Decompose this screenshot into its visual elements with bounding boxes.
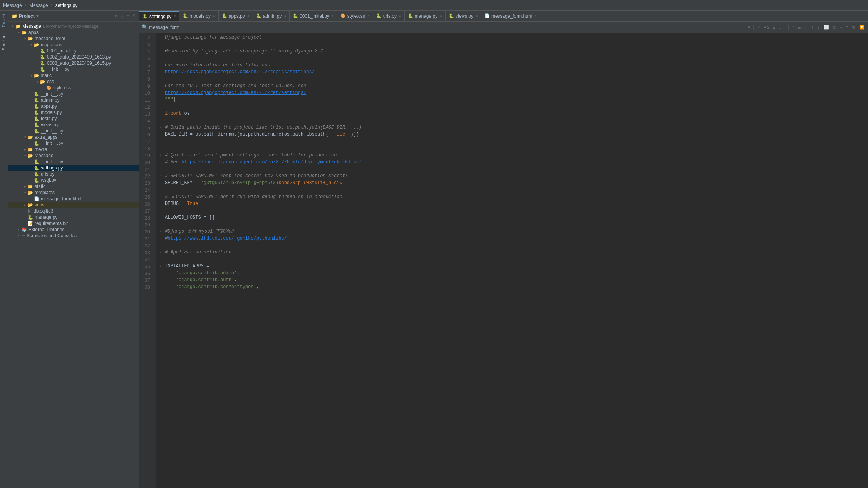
project-dropdown-arrow[interactable]: ▾ — [36, 13, 39, 18]
apps-folder-icon: 📂 — [22, 30, 27, 35]
match-case-btn[interactable]: Aa — [763, 25, 770, 30]
settings-icon[interactable]: ⚙ — [114, 12, 118, 20]
tab-apps-close[interactable]: × — [247, 14, 250, 18]
scroll-from-source-icon[interactable]: ◎ — [120, 12, 124, 20]
tree-item-0003[interactable]: 🐍 0003_auto_20220409_1615.py — [8, 60, 139, 66]
tab-admin-close[interactable]: × — [284, 14, 286, 18]
title-message[interactable]: Message — [3, 3, 22, 8]
code-line-34 — [159, 256, 868, 263]
ln-36: 36 — [139, 270, 150, 277]
tree-item-css-folder[interactable]: ▾ 📂 css — [8, 79, 139, 85]
title-settings[interactable]: settings.py — [55, 3, 77, 8]
tree-item-msg-init[interactable]: 🐍 __init__.py — [8, 159, 139, 165]
find-all-btn[interactable]: ⊞ — [832, 24, 837, 30]
tab-0001-initial[interactable]: 🐍 0001_initial.py × — [290, 11, 337, 21]
tree-item-extra-init[interactable]: 🐍 __init__.py — [8, 140, 139, 146]
tree-item-apps[interactable]: ▾ 📂 apps — [8, 29, 139, 35]
tree-item-requirements[interactable]: 📝 requirements.txt — [8, 220, 139, 226]
code-line-33: ▸ # Application definition — [159, 249, 868, 256]
code-content[interactable]: Django settings for message project. Gen… — [156, 33, 868, 488]
close-panel-icon[interactable]: × — [132, 12, 136, 20]
tab-views-close[interactable]: × — [476, 14, 478, 18]
tree-item-models-py[interactable]: 🐍 models.py — [8, 109, 139, 116]
tab-settings-py[interactable]: 🐍 settings.py × — [139, 11, 179, 21]
code-line-12 — [159, 103, 868, 110]
tree-item-settings-py[interactable]: 🐍 settings.py — [8, 165, 139, 171]
multiline-btn[interactable]: ≡ — [845, 25, 850, 30]
tree-item-message-form-folder[interactable]: ▾ 📂 message_form — [8, 35, 139, 42]
tab-apps-py[interactable]: 🐍 apps.py × — [219, 11, 253, 21]
tab-urls-close[interactable]: × — [399, 14, 401, 18]
tab-html-close[interactable]: × — [534, 14, 536, 18]
structure-panel-toggle[interactable]: Structure — [0, 30, 8, 54]
tree-item-tests-py[interactable]: 🐍 tests.py — [8, 116, 139, 122]
tree-item-wsgi-py[interactable]: 🐍 wsgi.py — [8, 177, 139, 183]
venv-icon: 📂 — [28, 203, 33, 208]
tab-settings-label: settings.py — [149, 14, 171, 19]
toggle-replace-btn[interactable]: ⬜ — [823, 24, 830, 30]
tree-item-views-py[interactable]: 🐍 views.py — [8, 122, 139, 128]
tree-item-0001-initial[interactable]: 🐍 0001_initial.py — [8, 48, 139, 54]
tree-item-templates[interactable]: ▾ 📂 templates — [8, 189, 139, 196]
filter-icon[interactable]: 🔽 — [858, 24, 866, 30]
tree-item-app-init[interactable]: 🐍 __init__.py — [8, 91, 139, 97]
tree-item-extra-apps[interactable]: ▾ 📂 extra_apps — [8, 134, 139, 140]
search-input[interactable] — [149, 25, 746, 30]
tree-item-db-sqlite[interactable]: 🗄 db.sqlite3 — [8, 208, 139, 214]
tree-item-migrations[interactable]: ▾ 📂 migrations — [8, 42, 139, 48]
tree-item-message-form-html[interactable]: 📄 message_form.html — [8, 196, 139, 202]
tree-item-message-folder[interactable]: ▾ 📂 Message — [8, 153, 139, 159]
tab-admin-py[interactable]: 🐍 admin.py × — [253, 11, 290, 21]
tree-item-static-inner[interactable]: ▾ 📂 static — [8, 72, 139, 79]
urls-py-label: urls.py — [41, 171, 54, 177]
tree-item-venv[interactable]: ▸ 📂 venv — [8, 202, 139, 208]
title-message2[interactable]: Message — [29, 3, 48, 8]
next-result-btn[interactable]: ↓ — [816, 25, 821, 30]
tab-urls-py[interactable]: 🐍 urls.py × — [373, 11, 405, 21]
filter-btn[interactable]: ⧉ — [851, 25, 856, 30]
tree-item-urls-py[interactable]: 🐍 urls.py — [8, 171, 139, 177]
tree-item-migrations-init[interactable]: 🐍 __init__.py — [8, 66, 139, 72]
tab-0001-close[interactable]: × — [332, 14, 334, 18]
tree-item-app-init2[interactable]: 🐍 __init__.py — [8, 128, 139, 134]
tab-models-close[interactable]: × — [213, 14, 215, 18]
tab-manage-close[interactable]: × — [440, 14, 442, 18]
tab-message-form-html[interactable]: 📄 message_form.html × — [481, 11, 540, 21]
ln-27: 27 — [139, 208, 150, 215]
left-strip: Project Structure — [0, 11, 8, 488]
tree-item-manage-py[interactable]: 🐍 manage.py — [8, 214, 139, 220]
code-line-22: ▸ # SECURITY WARNING: keep the secret ke… — [159, 173, 868, 179]
collapse-icon[interactable]: − — [126, 12, 130, 20]
tab-style-close[interactable]: × — [367, 14, 370, 18]
code-line-35: ▸ INSTALLED_APPS = [ — [159, 263, 868, 270]
tree-item-static-outer[interactable]: ▸ 📂 static — [8, 183, 139, 189]
search-undo-btn[interactable]: ↩ — [756, 24, 761, 30]
tree-item-scratches[interactable]: ▸ ✏ Scratches and Consoles — [8, 233, 139, 239]
tab-views-py[interactable]: 🐍 views.py × — [446, 11, 481, 21]
tab-apps-icon: 🐍 — [222, 13, 227, 18]
prev-result-btn[interactable]: ↑ — [810, 25, 815, 30]
code-line-15: ▸ # Build paths inside the project like … — [159, 124, 868, 131]
whole-word-btn[interactable]: W — [772, 25, 777, 30]
tree-item-external-libs[interactable]: ▸ 📚 External Libraries — [8, 226, 139, 233]
ln-26: 26 — [139, 201, 150, 208]
tab-style-css[interactable]: 🎨 style.css × — [337, 11, 373, 21]
root-path: D:\PycharmProjects\Message — [43, 24, 99, 29]
tree-item-root[interactable]: ▾ 📁 Message D:\PycharmProjects\Message — [8, 23, 139, 29]
search-clear-btn[interactable]: × — [748, 25, 751, 30]
ln-6: 6 — [139, 62, 150, 69]
tree-item-apps-py[interactable]: 🐍 apps.py — [8, 103, 139, 109]
tab-models-py[interactable]: 🐍 models.py × — [179, 11, 219, 21]
find-settings-btn[interactable]: ⇥ — [838, 24, 843, 30]
project-panel-toggle[interactable]: Project — [0, 11, 8, 30]
tree-item-media[interactable]: ▸ 📂 media — [8, 146, 139, 153]
migrations-folder-icon: 📂 — [34, 42, 39, 47]
tab-manage-py[interactable]: 🐍 manage.py × — [405, 11, 446, 21]
code-line-19: ▸ # Quick-start development settings - u… — [159, 152, 868, 159]
tree-item-0002[interactable]: 🐍 0002_auto_20220409_1613.py — [8, 54, 139, 60]
tab-settings-close[interactable]: × — [174, 14, 176, 18]
tree-item-style-css[interactable]: 🎨 style.css — [8, 85, 139, 91]
title-bar: Message › Message › settings.py — [0, 0, 868, 11]
regex-btn[interactable]: .* — [778, 25, 785, 30]
tree-item-admin-py[interactable]: 🐍 admin.py — [8, 97, 139, 103]
